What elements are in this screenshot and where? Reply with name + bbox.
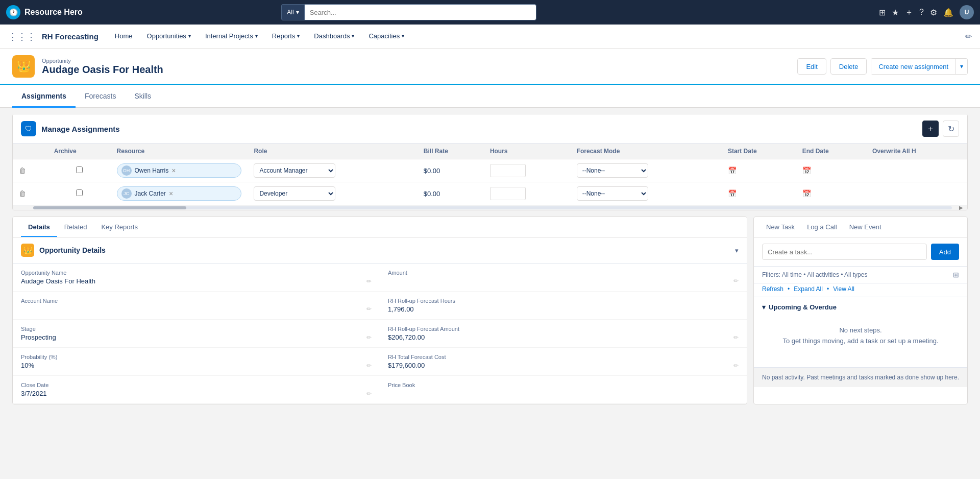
- opp-details-title-text: Opportunity Details: [39, 246, 106, 254]
- menu-item-home[interactable]: Home: [109, 25, 139, 49]
- role-select[interactable]: Developer: [254, 186, 335, 201]
- tab-forecasts-label: Forecasts: [85, 92, 116, 100]
- probability-value: 10% ✏: [21, 362, 372, 369]
- col-role: Role: [248, 143, 417, 159]
- bell-icon[interactable]: 🔔: [943, 8, 953, 17]
- collapse-icon[interactable]: ▾: [735, 247, 739, 254]
- tab-assignments[interactable]: Assignments: [12, 85, 76, 108]
- forecast-mode-select[interactable]: --None--: [577, 163, 648, 178]
- add-task-button[interactable]: Add: [931, 244, 959, 260]
- forecast-mode-select[interactable]: --None--: [577, 186, 648, 201]
- tab-forecasts[interactable]: Forecasts: [76, 85, 125, 108]
- row-bill-rate-cell: $0.00: [418, 182, 484, 205]
- row-forecast-cell: --None--: [571, 182, 722, 205]
- filter-icon[interactable]: ⊞: [953, 271, 959, 279]
- chevron-down-icon[interactable]: ▾: [762, 303, 766, 311]
- calendar-icon[interactable]: 📅: [728, 166, 737, 175]
- col-forecast-mode: Forecast Mode: [571, 143, 722, 159]
- edit-pencil-icon[interactable]: ✏: [366, 334, 372, 341]
- refresh-button[interactable]: ↻: [943, 121, 959, 137]
- section-icon: 🛡: [21, 121, 36, 136]
- expand-all-link[interactable]: Expand All: [794, 285, 823, 293]
- remove-resource-icon[interactable]: ×: [169, 189, 173, 198]
- chevron-down-icon: ▾: [296, 9, 299, 16]
- tab-key-reports[interactable]: Key Reports: [94, 217, 145, 237]
- amount-value: ✏: [388, 277, 739, 284]
- delete-button[interactable]: Delete: [830, 58, 867, 75]
- task-input[interactable]: [762, 244, 927, 260]
- row-overwrite-cell: [866, 159, 967, 182]
- tab-new-event[interactable]: New Event: [843, 217, 888, 237]
- section-header-left: 🛡 Manage Assignments: [21, 121, 120, 136]
- hours-input[interactable]: [490, 164, 526, 177]
- calendar-icon[interactable]: 📅: [728, 189, 737, 198]
- scroll-right-arrow[interactable]: ▶: [959, 205, 963, 210]
- manage-assignments-card: 🛡 Manage Assignments ＋ ↻ Archive Resourc…: [12, 114, 968, 210]
- scrollbar-thumb: [33, 206, 186, 209]
- app-logo[interactable]: 🕐 Resource Hero: [6, 5, 108, 19]
- archive-checkbox[interactable]: [76, 189, 83, 196]
- edit-pencil-icon[interactable]: ✏: [733, 334, 739, 341]
- delete-row-icon[interactable]: 🗑: [19, 166, 26, 175]
- user-avatar[interactable]: U: [960, 5, 974, 19]
- chevron-down-icon: ▾: [188, 33, 191, 39]
- help-icon[interactable]: ?: [919, 8, 924, 17]
- edit-pencil-icon[interactable]: ✏: [366, 390, 372, 397]
- details-grid: Opportunity Name Audage Oasis For Health…: [13, 264, 747, 404]
- calendar-icon[interactable]: 📅: [802, 189, 811, 198]
- edit-pencil-icon[interactable]: ✏: [366, 278, 372, 285]
- view-all-link[interactable]: View All: [833, 285, 854, 293]
- menu-item-opportunities[interactable]: Opportunities ▾: [141, 25, 197, 49]
- end-date-input: 📅: [802, 189, 860, 198]
- create-assignment-dropdown-button[interactable]: ▾: [955, 58, 968, 75]
- row-role-cell: Developer: [248, 182, 417, 205]
- row-overwrite-cell: [866, 182, 967, 205]
- bottom-tabs: Details Related Key Reports: [13, 217, 747, 237]
- edit-pencil-icon[interactable]: ✏: [733, 362, 739, 369]
- settings-icon[interactable]: ⚙: [930, 8, 937, 17]
- row-hours-cell: [484, 182, 571, 205]
- star-icon[interactable]: ★: [892, 8, 899, 17]
- calendar-icon[interactable]: 📅: [802, 166, 811, 175]
- edit-pencil-icon[interactable]: ✏: [733, 277, 739, 284]
- upcoming-title: Upcoming & Overdue: [769, 303, 837, 311]
- archive-checkbox[interactable]: [76, 166, 83, 173]
- edit-pencil-icon[interactable]: ✏: [366, 305, 372, 313]
- tab-details[interactable]: Details: [21, 217, 57, 237]
- edit-button[interactable]: Edit: [797, 58, 826, 75]
- menu-item-internal-projects[interactable]: Internal Projects ▾: [199, 25, 264, 49]
- no-past-activity: No past activity. Past meetings and task…: [754, 367, 967, 387]
- tab-log-a-call[interactable]: Log a Call: [801, 217, 843, 237]
- edit-pencil-icon[interactable]: ✏: [366, 362, 372, 369]
- resource-chip: JC Jack Carter ×: [117, 186, 242, 201]
- tab-skills[interactable]: Skills: [125, 85, 160, 108]
- menu-item-capacities[interactable]: Capacities ▾: [362, 25, 410, 49]
- search-input[interactable]: [304, 4, 537, 20]
- field-opp-name: Opportunity Name Audage Oasis For Health…: [13, 264, 380, 292]
- col-end-date: End Date: [796, 143, 866, 159]
- field-amount: Amount ✏: [380, 264, 747, 292]
- opp-details-title: 👑 Opportunity Details: [21, 244, 106, 257]
- grid-icon[interactable]: ⊞: [879, 8, 886, 17]
- assignments-table-wrapper: Archive Resource Role Bill Rate Hours Fo…: [13, 143, 967, 210]
- menu-item-reports[interactable]: Reports ▾: [266, 25, 306, 49]
- menu-item-dashboards[interactable]: Dashboards ▾: [308, 25, 360, 49]
- probability-label: Probability (%): [21, 354, 372, 360]
- tab-related[interactable]: Related: [57, 217, 94, 237]
- table-row: 🗑 OH Owen Harris × Account Manager: [13, 159, 967, 182]
- no-steps-message: No next steps. To get things moving, add…: [762, 317, 959, 355]
- plus-icon[interactable]: ＋: [905, 7, 913, 18]
- search-all-button[interactable]: All ▾: [281, 4, 304, 20]
- hours-input[interactable]: [490, 187, 526, 200]
- horizontal-scrollbar[interactable]: ▶: [13, 205, 967, 210]
- menu-grid-icon[interactable]: ⋮⋮⋮: [8, 31, 36, 42]
- rh-amount-value: $206,720.00 ✏: [388, 333, 739, 341]
- edit-pencil-icon[interactable]: ✏: [965, 32, 972, 41]
- refresh-link[interactable]: Refresh: [762, 285, 783, 293]
- delete-row-icon[interactable]: 🗑: [19, 189, 26, 198]
- add-assignment-button[interactable]: ＋: [922, 121, 939, 137]
- tab-new-task[interactable]: New Task: [760, 217, 801, 237]
- create-assignment-button[interactable]: Create new assignment: [871, 58, 955, 75]
- remove-resource-icon[interactable]: ×: [172, 166, 176, 175]
- role-select[interactable]: Account Manager: [254, 163, 335, 178]
